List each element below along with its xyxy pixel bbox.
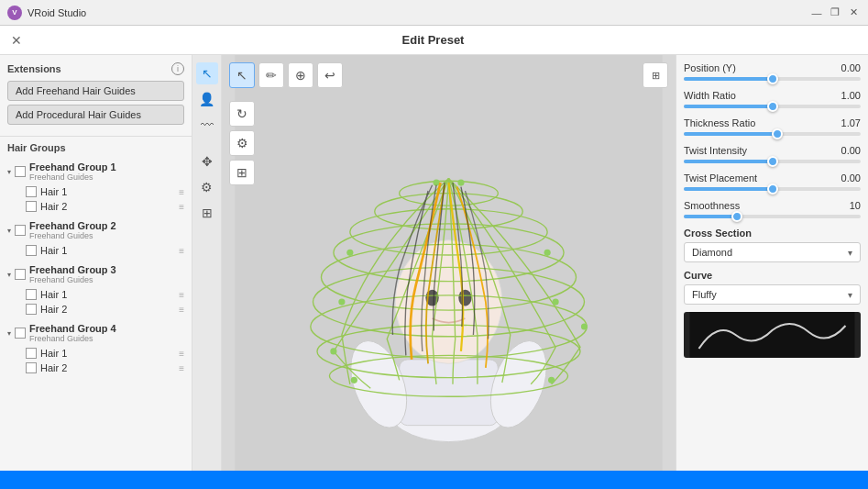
frame-view-button[interactable]: ⊞ (229, 160, 255, 185)
pencil-tool-button[interactable]: ✏ (258, 62, 284, 88)
close-x-button[interactable]: ✕ (11, 33, 22, 48)
slider-track-1[interactable] (684, 105, 861, 108)
svg-point-20 (544, 250, 551, 256)
hair-settings-icon-0-0[interactable]: ≡ (179, 187, 184, 197)
slider-track-0[interactable] (684, 77, 861, 81)
left-sidebar: Extensions i Add Freehand Hair Guides Ad… (0, 55, 192, 471)
page-title: Edit Preset (402, 33, 465, 47)
group-item-2: ▾ Freehand Group 3 Freehand Guides Hair … (0, 260, 192, 318)
cross-section-value: Diamond (692, 247, 732, 258)
group-header-2[interactable]: ▾ Freehand Group 3 Freehand Guides (7, 261, 184, 287)
extensions-header: Extensions i (7, 62, 184, 75)
svg-point-18 (330, 348, 336, 354)
hair-item-2-1: Hair 2 ≡ (26, 302, 184, 317)
group-header-1[interactable]: ▾ Freehand Group 2 Freehand Guides (7, 217, 184, 243)
group-arrow-0[interactable]: ▾ (7, 168, 11, 176)
hair-groups-list: ▾ Freehand Group 1 Freehand Guides Hair … (0, 157, 192, 471)
icon-sidebar: ↖ 👤 〰 ✥ ⚙ ⊞ (192, 55, 222, 471)
hair-settings-icon-1-0[interactable]: ≡ (179, 246, 184, 256)
group-header-0[interactable]: ▾ Freehand Group 1 Freehand Guides (7, 159, 184, 184)
group-checkbox-0[interactable] (15, 166, 26, 177)
prop-row-1: Width Ratio 1.00 (684, 90, 861, 108)
slider-track-4[interactable] (684, 187, 861, 191)
slider-thumb-3[interactable] (767, 156, 778, 167)
hair-item-3-1: Hair 2 ≡ (26, 361, 184, 375)
slider-track-3[interactable] (684, 160, 861, 163)
viewport-toolbar: ↖ ✏ ⊕ ↩ (229, 62, 343, 88)
hair-settings-icon-3-0[interactable]: ≡ (179, 349, 184, 359)
hair-settings-icon-2-1[interactable]: ≡ (179, 305, 184, 315)
slider-track-2[interactable] (684, 132, 861, 136)
curve-dropdown[interactable]: Fluffy▾ (684, 284, 861, 305)
hair-checkbox-2-0[interactable] (26, 289, 37, 300)
hair-item-3-0: Hair 1 ≡ (26, 346, 184, 361)
group-arrow-3[interactable]: ▾ (7, 329, 11, 338)
move-button[interactable]: ✥ (196, 150, 218, 172)
title-bar-left: V VRoid Studio (7, 6, 86, 20)
svg-point-23 (553, 299, 559, 306)
prop-label-3: Twist Intensity 0.00 (684, 145, 861, 156)
extensions-title: Extensions (7, 63, 61, 74)
svg-point-24 (351, 377, 357, 383)
maximize-button[interactable]: ❐ (828, 6, 842, 20)
hair-name-0-1: Hair 2 (40, 201, 67, 212)
hair-item-0-0: Hair 1 ≡ (26, 184, 184, 199)
slider-thumb-4[interactable] (767, 183, 778, 194)
rotate-view-button[interactable]: ↻ (229, 101, 255, 127)
prop-row-4: Twist Placement 0.00 (684, 172, 861, 191)
cross-section-title: Cross Section (684, 228, 861, 239)
prop-row-3: Twist Intensity 0.00 (684, 145, 861, 163)
settings-button[interactable]: ⚙ (196, 176, 218, 198)
person-button[interactable]: 👤 (196, 88, 218, 110)
hair-checkbox-3-0[interactable] (26, 348, 37, 359)
svg-point-8 (458, 290, 471, 306)
hair-checkbox-0-0[interactable] (26, 186, 37, 197)
group-checkbox-1[interactable] (15, 225, 26, 236)
undo-tool-button[interactable]: ↩ (317, 62, 343, 88)
viewport-right-button[interactable]: ⊞ (643, 62, 668, 88)
group-checkbox-2[interactable] (15, 269, 26, 280)
prop-name-3: Twist Intensity (684, 145, 747, 156)
hair-checkbox-0-1[interactable] (26, 201, 37, 212)
select-tool-button[interactable]: ↖ (229, 62, 255, 88)
add-tool-button[interactable]: ⊕ (288, 62, 313, 88)
cross-section-dropdown[interactable]: Diamond▾ (684, 242, 861, 262)
info-icon[interactable]: i (171, 62, 184, 75)
prop-label-1: Width Ratio 1.00 (684, 90, 861, 101)
zoom-view-button[interactable]: ⚙ (229, 130, 255, 156)
hair-checkbox-3-1[interactable] (26, 362, 37, 373)
prop-row-0: Position (Y) 0.00 (684, 62, 861, 81)
cursor-tool-button[interactable]: ↖ (196, 62, 218, 84)
hair-settings-icon-2-0[interactable]: ≡ (179, 290, 184, 300)
hair-settings-icon-3-1[interactable]: ≡ (179, 363, 184, 373)
close-button[interactable]: ✕ (846, 6, 861, 20)
3d-viewport-canvas[interactable] (222, 55, 676, 471)
hair-checkbox-1-0[interactable] (26, 245, 37, 256)
hair-button[interactable]: 〰 (196, 114, 218, 136)
svg-rect-2 (400, 360, 499, 426)
group-header-3[interactable]: ▾ Freehand Group 4 Freehand Guides (7, 320, 184, 346)
group-checkbox-3[interactable] (15, 328, 26, 339)
hair-checkbox-2-1[interactable] (26, 304, 37, 315)
curve-title: Curve (684, 270, 861, 281)
hair-item-1-0: Hair 1 ≡ (26, 243, 184, 258)
slider-thumb-5[interactable] (731, 211, 742, 222)
prop-row-2: Thickness Ratio 1.07 (684, 117, 861, 136)
group-arrow-1[interactable]: ▾ (7, 227, 11, 235)
add-freehand-button[interactable]: Add Freehand Hair Guides (7, 81, 184, 101)
prop-name-4: Twist Placement (684, 172, 757, 183)
slider-thumb-0[interactable] (767, 73, 778, 84)
slider-thumb-2[interactable] (772, 128, 783, 139)
prop-name-0: Position (Y) (684, 62, 736, 73)
slider-fill-1 (684, 105, 773, 108)
layers-button[interactable]: ⊞ (196, 202, 218, 224)
minimize-button[interactable]: — (809, 6, 824, 20)
slider-thumb-1[interactable] (767, 101, 778, 112)
group-arrow-2[interactable]: ▾ (7, 271, 11, 279)
right-panel: Position (Y) 0.00 Width Ratio 1.00 Thick… (676, 55, 868, 471)
prop-name-2: Thickness Ratio (684, 117, 755, 128)
svg-point-26 (433, 179, 439, 185)
hair-settings-icon-0-1[interactable]: ≡ (179, 202, 184, 212)
add-procedural-button[interactable]: Add Procedural Hair Guides (7, 105, 184, 125)
slider-track-5[interactable] (684, 215, 861, 218)
